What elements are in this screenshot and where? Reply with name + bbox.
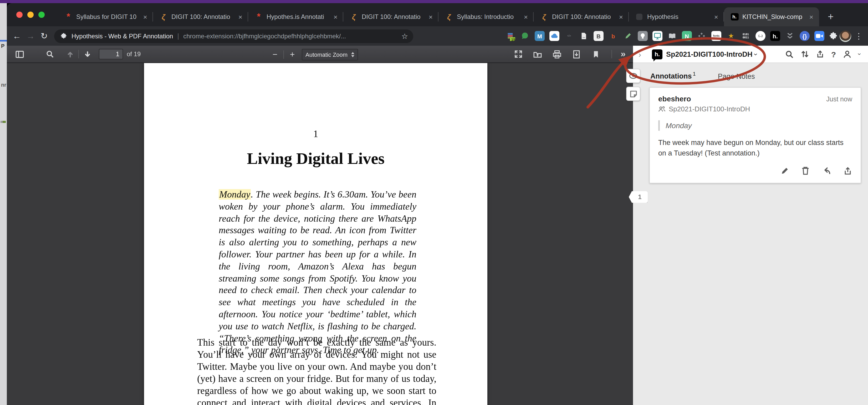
- print-icon[interactable]: [551, 48, 563, 60]
- page-number-input[interactable]: [99, 49, 123, 59]
- double-chevron-extension-icon[interactable]: [785, 31, 795, 41]
- binary-extension-icon[interactable]: 0101 0011: [741, 31, 751, 41]
- leaf-bubble-extension-icon[interactable]: [520, 31, 530, 41]
- eye-icon: [629, 71, 638, 80]
- close-window-button[interactable]: [16, 11, 23, 18]
- tab-page-notes[interactable]: Page Notes: [718, 72, 755, 80]
- sidebar-tabs: Annotations1 Page Notes: [633, 63, 868, 80]
- browser-tab-4[interactable]: ζSyllabus: Introductio: [438, 7, 534, 26]
- pdf-viewer: of 19 Automatic Zoom: [7, 46, 633, 405]
- minimize-window-button[interactable]: [27, 11, 34, 18]
- back-icon[interactable]: [10, 29, 24, 43]
- pen-extension-icon[interactable]: [623, 31, 633, 41]
- address-bar[interactable]: Hypothesis - Web & PDF Annotation | chro…: [54, 29, 413, 43]
- reload-icon[interactable]: [37, 29, 51, 43]
- profile-avatar[interactable]: [840, 30, 851, 42]
- canvas-favicon-icon: *: [64, 12, 72, 21]
- toggle-sidebar-icon[interactable]: [13, 48, 26, 60]
- zoom-camera-extension-icon[interactable]: [814, 31, 824, 41]
- sort-icon[interactable]: [801, 50, 809, 58]
- tab-close-icon[interactable]: [713, 13, 720, 21]
- browser-tab-5[interactable]: ζDIGIT 100: Annotatio: [534, 7, 629, 26]
- collapse-sidebar-icon[interactable]: [635, 49, 645, 59]
- chrome-menu-icon[interactable]: [855, 31, 863, 41]
- sage2-extension-icon[interactable]: [652, 31, 662, 41]
- browser-tab-2[interactable]: *Hypothes.is Annotati: [248, 7, 343, 26]
- zoom-window-button[interactable]: [38, 11, 45, 18]
- tab-close-icon[interactable]: [618, 13, 625, 21]
- open-book-extension-icon[interactable]: [667, 31, 677, 41]
- delete-icon[interactable]: [801, 166, 810, 175]
- browser-tab-3[interactable]: ζDIGIT 100: Annotatio: [343, 7, 438, 26]
- browser-tab-7[interactable]: h.KITCHIN_Slow-comp: [724, 7, 819, 26]
- open-file-icon[interactable]: [531, 48, 544, 60]
- current-view-bookmark-icon[interactable]: [590, 48, 602, 60]
- annotation-group-link[interactable]: Sp2021-DIGIT100-IntroDH: [658, 105, 852, 113]
- background-window-mark: [1, 121, 6, 123]
- account-chevron-icon[interactable]: [856, 53, 863, 55]
- browser-tab-1[interactable]: ζDIGIT 100: Annotatio: [153, 7, 248, 26]
- m-letter-extension-icon[interactable]: M: [535, 31, 545, 41]
- tab-close-icon[interactable]: [427, 13, 434, 21]
- bookmark-star-icon[interactable]: [401, 32, 408, 40]
- tab-close-icon[interactable]: [237, 13, 244, 21]
- annotation-timestamp[interactable]: Just now: [826, 96, 852, 103]
- new-tab-button[interactable]: +: [823, 9, 838, 24]
- annotations-count: 1: [693, 71, 696, 77]
- edit-icon[interactable]: [780, 166, 789, 175]
- hypothesis-extension-icon[interactable]: h.: [770, 31, 780, 41]
- document-extension-icon[interactable]: [579, 31, 589, 41]
- download-icon[interactable]: [570, 48, 583, 60]
- cloud-extension-icon[interactable]: [549, 31, 559, 41]
- desktop-menubar-strip: [0, 0, 868, 3]
- new-page-note-button[interactable]: [626, 87, 640, 101]
- extensions-menu-icon[interactable]: [829, 32, 838, 40]
- find-icon[interactable]: [44, 48, 56, 60]
- share-annotation-icon[interactable]: [843, 166, 852, 175]
- braces-ellipsis-extension-icon[interactable]: {...}: [755, 31, 766, 41]
- book-stack-extension-icon[interactable]: 15: [505, 31, 515, 41]
- fonts-extension-icon[interactable]: fonts: [711, 31, 721, 41]
- toggle-highlights-button[interactable]: [626, 69, 640, 83]
- share-icon[interactable]: [816, 50, 824, 58]
- tab-close-icon[interactable]: [332, 13, 339, 21]
- browser-tab-0[interactable]: *Syllabus for DIGIT 10: [58, 7, 153, 26]
- annotation-page-marker[interactable]: 1: [629, 191, 648, 203]
- previous-page-icon[interactable]: [64, 48, 76, 60]
- b-letter-extension-icon[interactable]: B: [594, 31, 603, 41]
- group-selector-chevron-icon[interactable]: [752, 53, 760, 56]
- search-icon[interactable]: [785, 49, 794, 59]
- group-selector[interactable]: Sp2021-DIGIT100-IntroDH: [666, 50, 753, 58]
- bitly-extension-icon[interactable]: b: [608, 31, 618, 41]
- zoom-out-icon[interactable]: [269, 48, 281, 61]
- presentation-mode-icon[interactable]: [512, 48, 524, 60]
- help-icon[interactable]: [831, 49, 836, 59]
- pdf-canvas-area[interactable]: 1 Living Digital Lives Monday. The week …: [7, 63, 633, 405]
- account-icon[interactable]: [843, 49, 852, 59]
- braces-extension-icon[interactable]: {}: [800, 31, 810, 41]
- zoom-level-select[interactable]: Automatic Zoom: [302, 48, 358, 60]
- forward-icon[interactable]: [24, 29, 37, 43]
- toolbar-more-tools-icon[interactable]: [621, 49, 626, 59]
- background-window-line: [0, 40, 7, 41]
- lightbulb-extension-icon[interactable]: [638, 31, 648, 41]
- reply-icon[interactable]: [822, 166, 831, 175]
- code-tags-extension-icon[interactable]: </>: [564, 31, 574, 41]
- gecko-favicon-icon: ζ: [159, 12, 168, 21]
- browser-tab-6[interactable]: Hypothesis: [629, 7, 724, 26]
- tab-close-icon[interactable]: [142, 13, 149, 21]
- n-letter-extension-icon[interactable]: N: [682, 31, 692, 41]
- diamonds-extension-icon[interactable]: [696, 31, 707, 41]
- star-extension-icon[interactable]: ★: [726, 31, 736, 41]
- tab-close-icon[interactable]: [808, 13, 815, 21]
- pdf-paragraph-italic: Monday. The week begins. It’s 6.30am. Yo…: [219, 189, 416, 356]
- tab-bar: *Syllabus for DIGIT 10ζDIGIT 100: Annota…: [7, 3, 868, 26]
- tab-close-icon[interactable]: [522, 13, 529, 21]
- tab-annotations[interactable]: Annotations1: [650, 71, 696, 80]
- annotation-card[interactable]: ebeshero Just now Sp2021-DIGIT100-IntroD…: [649, 87, 861, 183]
- highlighted-text[interactable]: Monday: [219, 189, 251, 200]
- zoom-in-icon[interactable]: [286, 48, 299, 61]
- tab-title: Hypothesis: [647, 13, 711, 21]
- annotation-author[interactable]: ebeshero: [658, 95, 691, 103]
- next-page-icon[interactable]: [81, 48, 94, 60]
